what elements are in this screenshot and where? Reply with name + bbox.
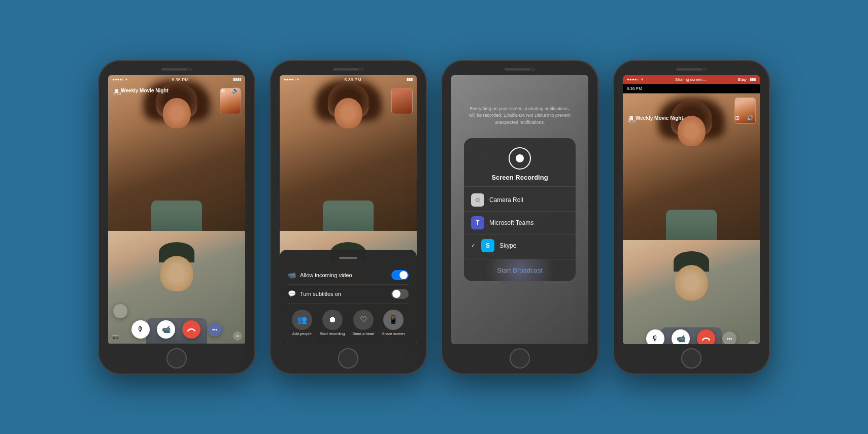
phone1-home-button[interactable] [166,348,187,369]
phone2-send-heart[interactable]: ♡ Send a heart [352,310,374,336]
phone1-status-left: ●●●●○ ▾ [112,77,127,82]
phone4-camera-icon: 📷 [627,341,634,344]
phone3-record-dot [516,154,524,162]
phone2-notch [278,64,419,75]
phone1-timer: 4:20 [113,91,121,96]
phone2-status-left: ●●●●○ ▾ [284,77,299,82]
phone1-volume-icon[interactable]: 🔊 [231,86,240,95]
phone4-call-header: 🖥 Weekly Movie Night ⊞ 🔊 [623,112,760,125]
phone3-broadcast-screen: Everything on your screen, including not… [451,75,588,344]
phone1-end-btn[interactable] [182,320,201,339]
phone2-recording-label: Start recording [320,331,345,336]
phone4-woman-body [666,210,717,240]
phone1-status-right: ▮▮▮▮ [233,77,241,82]
phone2-woman-smile [343,119,353,124]
phone1-call-title: 🖥 Weekly Movie Night [113,88,169,94]
phone1-man-skin [160,256,193,291]
phone2-add-people[interactable]: 👥 Add people [292,310,312,336]
phone3-start-broadcast-btn[interactable]: Start Broadcast [464,259,576,281]
phone3-option-teams[interactable]: T Microsoft Teams [464,212,576,235]
phone2-allow-video-label: 📹 Allow incoming video [288,271,352,279]
phone3-skype-label: Skype [499,242,516,249]
phone3-camera-roll-label: Camera Roll [489,196,523,204]
phone2-allow-video-toggle[interactable] [391,270,409,280]
phone2-camera [358,67,362,71]
phone1-video-screen: 🖥 Weekly Movie Night ⊞ 🔊 4:20 [108,75,245,344]
phone-1: ●●●●○ ▾ 6:36 PM ▮▮▮▮ [98,60,255,375]
phone3-home-button[interactable] [510,348,530,369]
phone4-title-text: Weekly Movie Night [636,115,683,121]
phone2-allow-video-row: 📹 Allow incoming video [288,266,409,285]
phone2-heart-label: Send a heart [352,331,374,336]
phone-2: ●●●●○ ▾ 6:36 PM ▮▮▮ [270,60,427,375]
phone2-allow-video-text: Allow incoming video [300,272,352,278]
phone3-record-icon [509,147,531,170]
phone3-camera [530,67,534,71]
phone4-sharing-text: Sharing screen... [675,77,706,82]
phone1-status-bar: ●●●●○ ▾ 6:36 PM ▮▮▮▮ [108,75,245,84]
phone2-subtitles-row: 💬 Turn subtitles on [288,285,409,304]
phone2-bottom-sheet: 📹 Allow incoming video 💬 Turn subtitles … [280,250,417,344]
phone2-screen: ●●●●○ ▾ 6:36 PM ▮▮▮ [280,75,417,344]
phone2-wifi: ▾ [297,77,299,82]
phone2-toggle-knob-1 [399,271,408,279]
phone4-mic-btn[interactable]: 🎙 [646,329,664,344]
phone2-top-video [280,75,417,231]
phone1-wifi-icon: ▾ [125,77,127,82]
phone1-call-header: 🖥 Weekly Movie Night ⊞ 🔊 [108,84,245,97]
phone1-woman-body [151,201,202,231]
phone4-timer: 4:20 [628,119,636,123]
phone4-volume-icon[interactable]: 🔊 [746,114,755,123]
phone4-sharing-info: ●●●●○ ▾ [627,77,643,82]
phone4-man-face [623,240,760,344]
phone3-skype-icon: S [481,239,494,252]
phone4-call-icons: ⊞ 🔊 [732,114,755,123]
phone2-subtitles-icon: 💬 [288,290,296,297]
phone1-call-icons: ⊞ 🔊 [218,86,240,95]
phone2-subtitles-label: 💬 Turn subtitles on [288,290,341,297]
phone4-wifi-icon: ▾ [641,77,643,82]
phone4-stop-btn[interactable]: Stop [738,77,747,82]
phone1-grid-icon[interactable]: ⊞ [218,86,227,95]
phone1-call-controls: 🎙 📹 ••• [108,320,245,339]
phone2-add-people-label: Add people [292,331,312,336]
phones-container: ●●●●○ ▾ 6:36 PM ▮▮▮▮ [98,60,770,375]
phone3-option-skype[interactable]: ✓ S Skype [464,235,576,257]
phone4-camera [702,67,706,71]
phone4-video-btn[interactable]: 📹 [672,329,690,344]
phone4-man-video [623,240,760,344]
phone4-signal-icon: ●●●●○ [627,77,639,82]
phone2-signal: ●●●●○ [284,77,296,82]
phone4-call-title: 🖥 Weekly Movie Night [628,115,683,121]
phone2-avatar-img [392,88,412,114]
phone3-notice-area: Everything on your screen, including not… [451,106,588,126]
phone2-subtitles-toggle[interactable] [391,289,409,299]
phone4-woman-smile [686,137,696,142]
phone4-status-bar: 6:36 PM [623,84,760,93]
phone4-more-btn[interactable]: ••• [722,331,737,344]
phone2-share-screen[interactable]: 📱 Share screen [382,310,405,336]
phone3-screen: Everything on your screen, including not… [451,75,588,344]
phone2-status-bar: ●●●●○ ▾ 6:36 PM ▮▮▮ [280,75,417,84]
phone3-check-mark: ✓ [471,243,475,248]
phone4-grid-icon[interactable]: ⊞ [732,114,742,123]
phone1-video-btn[interactable]: 📹 [157,320,175,339]
phone2-small-avatar [391,88,413,114]
phone4-stop-area: Stop ▮▮▮ [738,77,756,82]
phone2-action-bar: 👥 Add people ⏺ Start recording ♡ Send a … [288,304,409,336]
phone3-broadcast-label: Broadcast [513,266,543,274]
phone3-broadcast-card: Screen Recording [464,138,576,281]
phone1-woman-smile [172,119,182,124]
phone4-end-btn[interactable] [697,329,715,344]
phone2-home-button[interactable] [338,348,358,369]
phone1-mic-btn[interactable]: 🎙 [131,320,150,339]
phone2-video-screen: ✏ 📹 Allow incoming video [280,75,417,344]
phone4-screen: ●●●●○ ▾ Sharing screen... Stop ▮▮▮ 6:36 … [623,75,760,344]
phone2-start-recording[interactable]: ⏺ Start recording [320,310,345,336]
phone-4: ●●●●○ ▾ Sharing screen... Stop ▮▮▮ 6:36 … [613,60,770,375]
phone2-subtitles-text: Turn subtitles on [300,291,341,297]
phone3-option-camera-roll[interactable]: Camera Roll [464,189,576,212]
phone1-more-btn[interactable]: ••• [208,322,222,337]
phone4-home-button[interactable] [681,348,702,369]
phone2-video-icon: 📹 [288,271,296,279]
